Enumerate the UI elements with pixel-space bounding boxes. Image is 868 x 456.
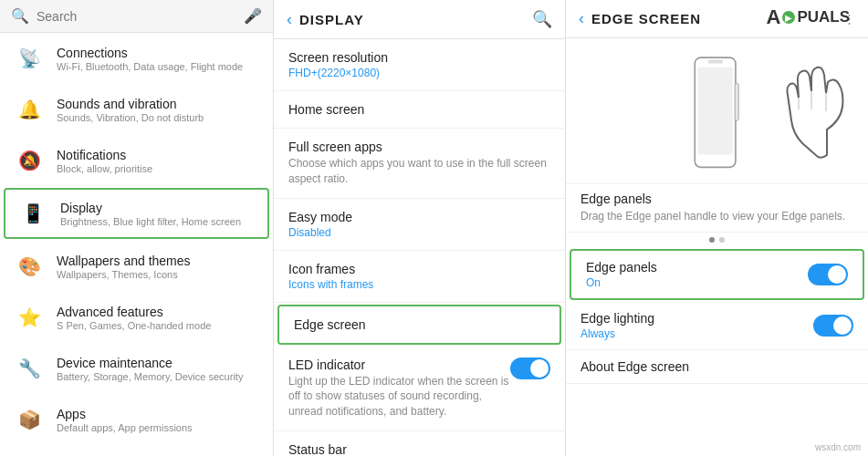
full-screen-apps-desc: Choose which apps you want to use in the… [288,156,550,187]
search-icon: 🔍 [11,7,29,25]
settings-list: 📡 Connections Wi-Fi, Bluetooth, Data usa… [0,33,273,456]
display-item-screen-resolution[interactable]: Screen resolution FHD+(2220×1080) [274,39,565,91]
display-item-icon-frames[interactable]: Icon frames Icons with frames [274,251,565,303]
edge-lighting-row: Edge lighting Always [580,311,853,340]
display-title: Display [60,201,241,215]
icon-frames-subtitle: Icons with frames [288,278,550,291]
edge-item-about-edge[interactable]: About Edge screen [566,350,868,384]
apps-subtitle: Default apps, App permissions [57,422,193,433]
dot-1 [719,237,725,243]
appuals-logo-text: A [766,5,780,29]
full-screen-apps-title: Full screen apps [288,140,550,154]
connections-subtitle: Wi-Fi, Bluetooth, Data usage, Flight mod… [57,61,243,72]
apps-text: Apps Default apps, App permissions [57,407,193,433]
display-icon: 📱 [18,199,47,228]
apps-icon: 📦 [15,405,44,434]
about-edge-title: About Edge screen [580,359,853,374]
icon-frames-title: Icon frames [288,262,550,276]
led-indicator-title: LED indicator [288,358,510,372]
display-text: Display Brightness, Blue light filter, H… [60,201,241,227]
back-button[interactable]: ‹ [287,10,292,29]
screen-resolution-subtitle: FHD+(2220×1080) [288,67,550,79]
display-item-led-indicator[interactable]: LED indicator Light up the LED indicator… [274,347,565,431]
apps-title: Apps [57,407,193,421]
edge-lighting-title: Edge lighting [580,311,654,326]
display-list: Screen resolution FHD+(2220×1080) Home s… [274,39,565,456]
sidebar-item-apps[interactable]: 📦 Apps Default apps, App permissions [0,394,273,445]
edge-panels-row: Edge panels On [586,260,848,289]
sidebar-item-display[interactable]: 📱 Display Brightness, Blue light filter,… [4,188,269,239]
connections-icon: 📡 [15,44,44,73]
display-item-full-screen-apps[interactable]: Full screen apps Choose which apps you w… [274,129,565,199]
edge-panel-description: Edge panels Drag the Edge panel handle t… [566,184,868,233]
connections-title: Connections [57,46,243,60]
edge-screen-title: Edge screen [294,317,545,332]
appuals-logo-rest: PUALS [797,8,850,26]
easy-mode-title: Easy mode [288,210,550,224]
sidebar-item-sounds[interactable]: 🔔 Sounds and vibration Sounds, Vibration… [0,84,273,135]
easy-mode-subtitle: Disabled [288,226,550,239]
edge-item-edge-lighting[interactable]: Edge lighting Always [566,302,868,350]
search-input[interactable] [37,9,236,24]
device-subtitle: Battery, Storage, Memory, Device securit… [57,371,243,382]
edge-items-list: Edge panels On Edge lighting Always Abou… [566,247,868,384]
mic-icon[interactable]: 🎤 [244,7,262,25]
wallpapers-icon: 🎨 [15,252,44,281]
display-header: ‹ DISPLAY 🔍 [274,0,565,39]
display-item-home-screen[interactable]: Home screen [274,91,565,129]
connections-text: Connections Wi-Fi, Bluetooth, Data usage… [57,46,243,72]
status-bar-title: Status bar [288,442,550,456]
led-indicator-desc: Light up the LED indicator when the scre… [288,374,510,420]
display-item-easy-mode[interactable]: Easy mode Disabled [274,199,565,251]
dots-indicator [566,233,868,247]
phone-svg [680,54,754,172]
appuals-icon: ▶ [782,11,795,24]
display-subtitle: Brightness, Blue light filter, Home scre… [60,216,241,227]
sounds-text: Sounds and vibration Sounds, Vibration, … [57,97,204,123]
sidebar-item-wallpapers[interactable]: 🎨 Wallpapers and themes Wallpapers, Them… [0,241,273,292]
wallpapers-title: Wallpapers and themes [57,254,191,268]
right-panel: ‹ EDGE SCREEN ⋮ A ▶ PUALS [566,0,868,456]
sidebar-item-notifications[interactable]: 🔕 Notifications Block, allow, prioritise [0,135,273,186]
led-indicator-toggle[interactable] [510,358,550,379]
led-indicator-row: LED indicator Light up the LED indicator… [288,358,550,420]
middle-panel: ‹ DISPLAY 🔍 Screen resolution FHD+(2220×… [274,0,566,456]
edge-panels-title: Edge panels [586,260,657,275]
edge-panel-desc-title: Edge panels [580,192,853,206]
advanced-subtitle: S Pen, Games, One-handed mode [57,320,211,331]
sounds-title: Sounds and vibration [57,97,204,111]
edge-back-button[interactable]: ‹ [579,9,584,28]
edge-lighting-subtitle: Always [580,327,654,340]
display-item-status-bar[interactable]: Status bar [274,431,565,456]
wallpapers-subtitle: Wallpapers, Themes, Icons [57,269,191,280]
notifications-text: Notifications Block, allow, prioritise [57,148,152,174]
watermark: wsxdn.com [815,442,861,452]
edge-screen-header: ‹ EDGE SCREEN ⋮ A ▶ PUALS [566,0,868,38]
sidebar-item-advanced[interactable]: ⭐ Advanced features S Pen, Games, One-ha… [0,292,273,343]
advanced-text: Advanced features S Pen, Games, One-hand… [57,305,211,331]
svg-rect-1 [697,67,732,154]
sounds-icon: 🔔 [15,95,44,124]
svg-rect-2 [735,83,738,120]
edge-panels-toggle[interactable] [808,264,848,285]
hand-svg [777,57,850,166]
appuals-logo: A ▶ PUALS [766,5,850,29]
edge-lighting-toggle[interactable] [813,315,853,337]
sidebar-item-connections[interactable]: 📡 Connections Wi-Fi, Bluetooth, Data usa… [0,33,273,84]
advanced-icon: ⭐ [15,303,44,332]
sidebar-item-device[interactable]: 🔧 Device maintenance Battery, Storage, M… [0,343,273,394]
search-icon-middle[interactable]: 🔍 [532,9,552,29]
device-icon: 🔧 [15,354,44,383]
left-panel: 🔍 🎤 📡 Connections Wi-Fi, Bluetooth, Data… [0,0,274,456]
wallpapers-text: Wallpapers and themes Wallpapers, Themes… [57,254,191,280]
search-bar[interactable]: 🔍 🎤 [0,0,273,33]
notifications-title: Notifications [57,148,152,162]
dot-0 [709,237,715,243]
notifications-icon: 🔕 [15,146,44,175]
phone-illustration-area [566,38,868,184]
edge-panels-subtitle: On [586,276,657,289]
notifications-subtitle: Block, allow, prioritise [57,163,152,174]
edge-item-edge-panels[interactable]: Edge panels On [570,249,864,300]
display-item-edge-screen[interactable]: Edge screen [277,305,561,345]
home-screen-title: Home screen [288,102,550,117]
